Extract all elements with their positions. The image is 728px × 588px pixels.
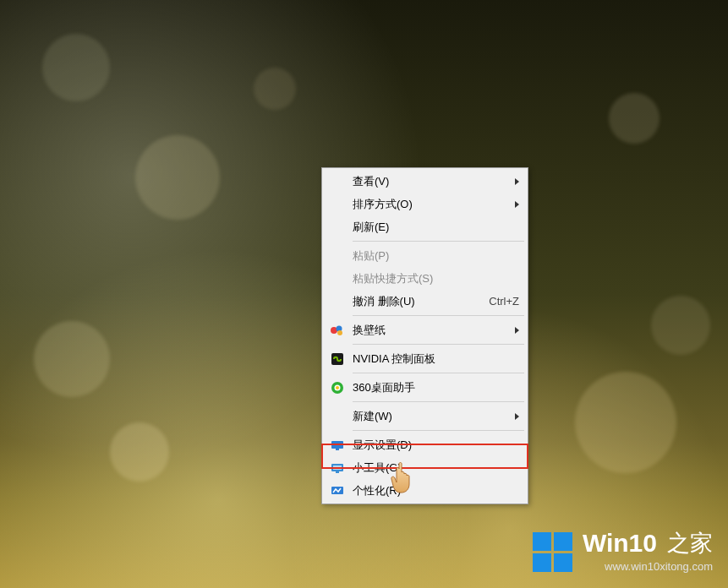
wallpaper-icon xyxy=(329,322,346,339)
display-icon xyxy=(329,437,346,454)
monitor-icon xyxy=(329,460,346,476)
menu-item-label: 显示设置(D) xyxy=(353,438,519,453)
watermark-subtitle: 之家 xyxy=(667,528,713,558)
personalize-icon xyxy=(329,482,346,499)
menu-item-label: 查看(V) xyxy=(353,174,515,189)
menu-item-refresh[interactable]: 刷新(E) xyxy=(324,215,526,238)
menu-item-personalize[interactable]: 个性化(R) xyxy=(324,479,526,502)
menu-item-undo-delete[interactable]: 撤消 删除(U) Ctrl+Z xyxy=(324,290,526,313)
menu-item-nvidia[interactable]: NVIDIA 控制面板 xyxy=(324,347,526,370)
menu-separator xyxy=(353,430,524,431)
menu-separator xyxy=(353,315,524,316)
menu-item-label: 粘贴快捷方式(S) xyxy=(353,271,519,286)
bokeh-light xyxy=(135,135,220,220)
menu-item-label: 换壁纸 xyxy=(353,323,515,338)
menu-item-sort[interactable]: 排序方式(O) xyxy=(324,193,526,215)
bokeh-light xyxy=(575,372,676,473)
nvidia-icon xyxy=(329,351,346,368)
bokeh-light xyxy=(254,68,296,110)
menu-item-label: 刷新(E) xyxy=(353,220,519,235)
menu-item-label: 粘贴(P) xyxy=(353,248,519,264)
menu-separator xyxy=(353,344,524,345)
bokeh-light xyxy=(42,34,110,101)
menu-item-change-wallpaper[interactable]: 换壁纸 xyxy=(324,318,526,341)
desktop-context-menu: 查看(V) 排序方式(O) 刷新(E) 粘贴(P) 粘贴快捷方式(S) 撤消 删… xyxy=(321,167,528,504)
menu-item-label: 排序方式(O) xyxy=(353,197,515,212)
menu-item-label: NVIDIA 控制面板 xyxy=(353,351,519,367)
menu-item-new[interactable]: 新建(W) xyxy=(324,405,526,427)
menu-item-label: 撤消 删除(U) xyxy=(353,294,489,309)
watermark: Win10 之家 www.win10xitong.com xyxy=(533,528,713,573)
menu-item-display-settings[interactable]: 显示设置(D) xyxy=(324,433,526,456)
menu-separator xyxy=(353,241,524,242)
chevron-right-icon xyxy=(515,201,519,208)
menu-shortcut: Ctrl+Z xyxy=(489,295,519,308)
menu-item-label: 个性化(R) xyxy=(353,483,519,498)
chevron-right-icon xyxy=(515,413,519,420)
watermark-url: www.win10xitong.com xyxy=(605,560,713,573)
bokeh-light xyxy=(609,93,660,144)
bokeh-light xyxy=(110,422,169,482)
svg-rect-10 xyxy=(333,466,342,470)
menu-item-label: 新建(W) xyxy=(353,409,515,424)
svg-rect-8 xyxy=(336,449,339,450)
menu-item-label: 360桌面助手 xyxy=(353,380,519,395)
watermark-title: Win10 xyxy=(583,529,657,558)
menu-item-360-assistant[interactable]: 360桌面助手 xyxy=(324,376,526,399)
bokeh-light xyxy=(34,321,110,397)
menu-item-label: 小工具(G) xyxy=(353,460,519,476)
menu-separator xyxy=(353,373,524,373)
svg-rect-11 xyxy=(336,471,339,473)
menu-separator xyxy=(353,401,524,402)
menu-item-paste-shortcut: 粘贴快捷方式(S) xyxy=(324,267,526,290)
windows-logo-icon xyxy=(533,532,572,572)
menu-item-view[interactable]: 查看(V) xyxy=(324,170,526,193)
chevron-right-icon xyxy=(515,327,519,334)
svg-point-6 xyxy=(336,386,339,389)
svg-point-2 xyxy=(337,330,342,335)
chevron-right-icon xyxy=(515,178,519,185)
bokeh-light xyxy=(651,296,710,355)
360-icon xyxy=(329,379,346,396)
menu-item-paste: 粘贴(P) xyxy=(324,244,526,267)
menu-item-gadgets[interactable]: 小工具(G) xyxy=(324,456,526,479)
svg-rect-7 xyxy=(331,441,343,449)
